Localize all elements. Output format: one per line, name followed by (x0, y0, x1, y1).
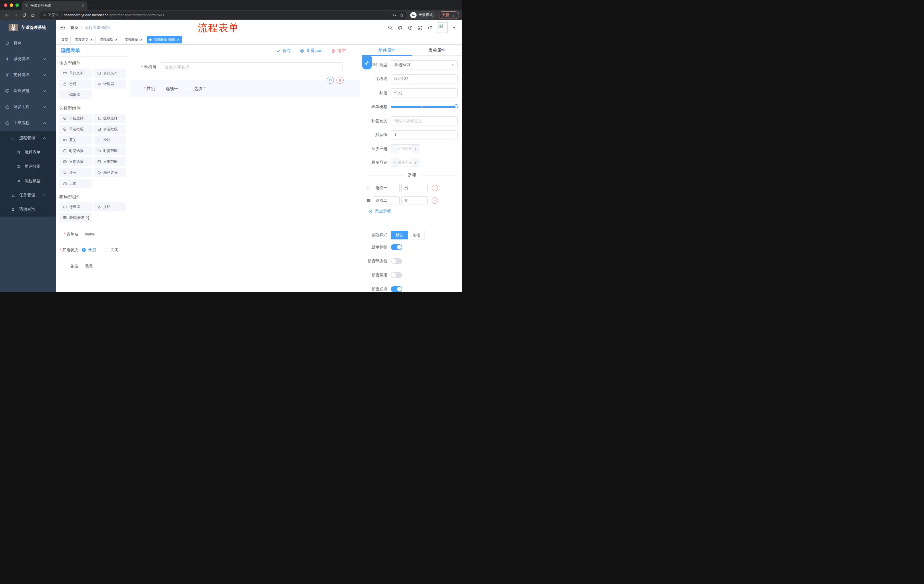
search-icon[interactable] (388, 25, 393, 30)
decrease-button[interactable]: − (391, 158, 398, 166)
sidebar-item-system[interactable]: 系统管理 (0, 51, 56, 67)
sidebar-item-devtools[interactable]: 研发工具 (0, 99, 56, 115)
page-tab-process-form-edit[interactable]: 流程表单-编辑✕ (147, 36, 182, 43)
gender-checkbox-item[interactable]: 选项二 (187, 86, 207, 91)
field-name-input[interactable] (391, 74, 458, 84)
inspector-tab-form[interactable]: 表单属性 (412, 44, 462, 56)
close-tab-icon[interactable]: ✕ (115, 38, 118, 42)
sidebar-collapse-icon[interactable] (60, 25, 66, 30)
sidebar-item-task-mgmt[interactable]: 任务管理 (0, 188, 56, 202)
page-tab-home[interactable]: 首页 (59, 36, 71, 43)
view-json-button[interactable]: 查看json (300, 48, 322, 53)
maximize-window-button[interactable] (15, 3, 19, 7)
link-tag[interactable] (362, 56, 372, 69)
breadcrumb-home[interactable]: 首页 (70, 25, 78, 30)
switch-with-border[interactable] (391, 258, 402, 264)
update-label[interactable]: 更新 (442, 13, 449, 17)
page-tab-process-form[interactable]: 流程表单✕ (122, 36, 145, 43)
switch-disabled[interactable] (391, 272, 402, 278)
sidebar-item-payment[interactable]: 支付管理 (0, 67, 56, 83)
form-name-input[interactable] (82, 230, 129, 238)
component-chip[interactable]: 颜色选择 (94, 168, 126, 177)
option-value-input[interactable] (401, 184, 428, 192)
option-label-input[interactable] (373, 196, 400, 205)
default-value-input[interactable] (391, 130, 458, 140)
title-input[interactable] (391, 88, 458, 97)
browser-menu-kebab-icon[interactable]: ⋮ (452, 13, 456, 17)
clear-button[interactable]: 清空 (331, 48, 346, 53)
browser-update-button[interactable]: 更新 ⋮ (439, 12, 459, 19)
component-chip[interactable]: 开关 (59, 135, 92, 145)
component-type-select[interactable]: 多选框组▼ (391, 60, 458, 69)
home-icon[interactable] (31, 13, 35, 17)
min-select-value[interactable]: 至少应选 (398, 145, 412, 153)
status-radio-on[interactable]: 开启 (82, 247, 96, 253)
reload-icon[interactable] (22, 13, 26, 17)
forward-icon[interactable] (13, 13, 18, 17)
page-tab-process-model[interactable]: 流程模型✕ (97, 36, 120, 43)
sidebar-item-process-form[interactable]: 流程表单 (0, 145, 56, 160)
component-chip[interactable]: 日期选择 (59, 157, 92, 166)
component-chip[interactable]: 密码 (59, 79, 92, 89)
max-select-value[interactable]: 最多可选 (398, 158, 412, 166)
remove-option-button[interactable]: − (432, 185, 438, 191)
tab-close-icon[interactable]: ✕ (81, 3, 85, 8)
slider-handle[interactable] (454, 104, 458, 108)
field-phone[interactable]: 手机号 (130, 62, 360, 72)
close-window-button[interactable] (4, 3, 7, 7)
component-chip[interactable]: 下拉选择 (59, 114, 92, 123)
component-chip[interactable]: 单选框组 (59, 125, 92, 134)
component-chip[interactable]: 级联选择 (94, 114, 126, 123)
fullscreen-icon[interactable] (418, 25, 423, 30)
gender-checkbox-item[interactable]: 选项一 (159, 86, 178, 91)
sidebar-item-infra[interactable]: 基础设施 (0, 83, 56, 99)
increase-button[interactable]: + (412, 158, 419, 166)
add-option-button[interactable]: 添加选项 (368, 209, 458, 214)
close-tab-icon[interactable]: ✕ (90, 38, 93, 42)
browser-tab[interactable]: 芋道管理系统 ✕ (22, 1, 87, 10)
sidebar-item-user-group[interactable]: 用户分组 (0, 160, 56, 174)
decrease-button[interactable]: − (391, 145, 398, 153)
component-chip[interactable]: 编辑器 (59, 90, 92, 99)
bookmark-star-icon[interactable] (400, 13, 404, 17)
component-chip[interactable]: 行容器 (59, 202, 92, 211)
close-tab-icon[interactable]: ✕ (140, 38, 143, 42)
component-chip[interactable]: 上传 (59, 179, 92, 188)
github-icon[interactable] (398, 25, 403, 30)
font-size-icon[interactable]: тT (428, 25, 432, 30)
remark-textarea[interactable]: 嘿嘿 (82, 262, 129, 290)
new-tab-button[interactable]: + (91, 2, 95, 8)
copy-component-button[interactable] (327, 77, 334, 84)
component-chip[interactable]: 时间范围 (94, 146, 126, 155)
checkbox-icon[interactable] (159, 87, 163, 91)
checkbox-icon[interactable] (187, 87, 191, 91)
increase-button[interactable]: + (412, 145, 419, 153)
avatar[interactable] (437, 22, 448, 33)
sidebar-item-workflow[interactable]: 工作流程 (0, 115, 56, 131)
sidebar-logo[interactable]: 芋道管理系统 (0, 20, 56, 35)
url-bar[interactable]: 不安全 dashboard.yudao.iocoder.cn/bpm/manag… (40, 12, 407, 19)
option-style-default[interactable]: 默认 (391, 231, 408, 239)
switch-show-label[interactable] (391, 244, 402, 250)
option-style-button[interactable]: 按钮 (408, 231, 425, 239)
component-chip[interactable]: 日期范围 (94, 157, 126, 166)
option-label-input[interactable] (373, 184, 400, 192)
component-chip[interactable]: 多选框组 (94, 125, 126, 134)
sidebar-item-process-mgmt[interactable]: 流程管理 (0, 131, 56, 145)
component-chip[interactable]: 多行文本 (94, 69, 126, 78)
close-tab-icon[interactable]: ✕ (177, 38, 180, 42)
component-chip[interactable]: 评分 (59, 168, 92, 177)
avatar-caret-icon[interactable]: ▼ (452, 26, 456, 30)
remove-option-button[interactable]: − (432, 197, 438, 204)
delete-component-button[interactable] (337, 77, 344, 84)
component-chip[interactable]: 123计数器 (94, 79, 126, 89)
status-radio-off[interactable]: 关闭 (104, 247, 118, 253)
help-icon[interactable] (408, 25, 413, 30)
component-chip[interactable]: 时间选择 (59, 146, 92, 155)
sidebar-item-home[interactable]: 首页 (0, 35, 56, 51)
grid-slider[interactable] (391, 106, 456, 108)
key-icon[interactable] (392, 13, 396, 17)
field-gender-selected[interactable]: 性别 选项一选项二 (130, 80, 360, 97)
page-tab-process-definition[interactable]: 流程定义✕ (72, 36, 96, 43)
label-width-input[interactable] (391, 116, 458, 125)
